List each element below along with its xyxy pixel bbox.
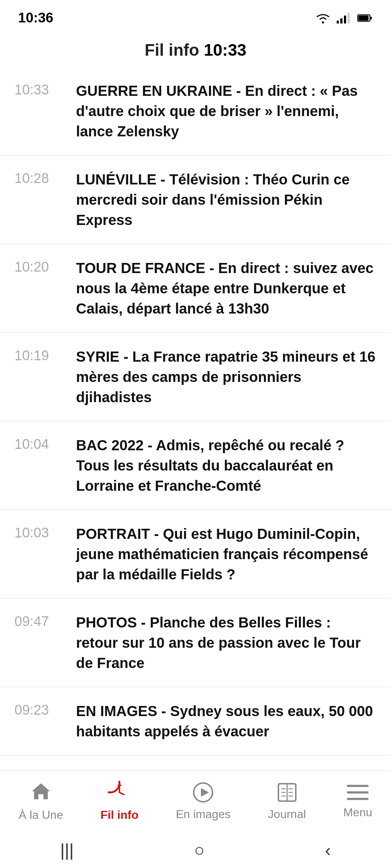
svg-rect-1	[337, 21, 339, 24]
status-icons	[315, 12, 373, 24]
news-item[interactable]: 10:04BAC 2022 - Admis, repêché ou recalé…	[0, 421, 391, 510]
news-headline: TOUR DE FRANCE - En direct : suivez avec…	[76, 258, 377, 319]
svg-point-0	[322, 21, 324, 24]
battery-icon	[357, 12, 373, 24]
nav-label-a-la-une: À la Une	[19, 808, 63, 822]
svg-rect-7	[370, 17, 372, 20]
svg-rect-4	[348, 13, 350, 24]
news-item[interactable]: 09:23EN IMAGES - Sydney sous les eaux, 5…	[0, 687, 391, 756]
wifi-icon	[315, 12, 331, 24]
svg-rect-3	[344, 16, 346, 24]
system-bar: ||| ○ ‹	[0, 832, 391, 868]
nav-item-fil-info[interactable]: Fil info	[93, 777, 146, 825]
back-button[interactable]: ‹	[325, 840, 331, 860]
page-title: Fil info 10:33	[0, 29, 391, 67]
svg-line-9	[119, 792, 124, 795]
svg-rect-2	[340, 18, 342, 24]
news-item[interactable]: 10:33GUERRE EN UKRAINE - En direct : « P…	[0, 67, 391, 156]
news-time: 10:19	[14, 346, 62, 363]
news-item[interactable]: 10:28LUNÉVILLE - Télévision : Théo Curin…	[0, 156, 391, 244]
home-icon	[30, 781, 51, 805]
nav-label-journal: Journal	[268, 808, 306, 821]
news-time: 10:03	[14, 524, 62, 541]
play-icon	[192, 782, 214, 805]
news-headline: PHOTOS - Planche des Belles Filles : ret…	[76, 612, 377, 673]
news-item[interactable]: 10:03PORTRAIT - Qui est Hugo Duminil-Cop…	[0, 510, 391, 599]
status-bar: 10:36	[0, 0, 391, 29]
book-icon	[276, 782, 298, 805]
signal-icon	[336, 12, 352, 24]
svg-rect-20	[347, 785, 369, 787]
svg-rect-22	[347, 798, 369, 800]
menu-icon	[347, 783, 369, 803]
svg-marker-11	[201, 788, 209, 797]
recent-apps-button[interactable]: |||	[60, 840, 73, 860]
news-headline: LUNÉVILLE - Télévision : Théo Curin ce m…	[76, 169, 377, 230]
news-headline: BAC 2022 - Admis, repêché ou recalé ? To…	[76, 435, 377, 496]
news-headline: GUERRE EN UKRAINE - En direct : « Pas d'…	[76, 81, 377, 141]
news-item[interactable]: 09:47PHOTOS - Planche des Belles Filles …	[0, 599, 391, 687]
news-time: 10:28	[14, 169, 62, 186]
news-headline: EN IMAGES - Sydney sous les eaux, 50 000…	[76, 701, 377, 741]
news-item[interactable]: 10:20TOUR DE FRANCE - En direct : suivez…	[0, 244, 391, 333]
nav-item-menu[interactable]: Menu	[336, 780, 379, 823]
clock-icon	[108, 781, 131, 805]
news-item[interactable]: 10:19SYRIE - La France rapatrie 35 mineu…	[0, 333, 391, 421]
svg-rect-6	[358, 16, 369, 21]
nav-label-menu: Menu	[343, 806, 372, 819]
home-button[interactable]: ○	[194, 840, 205, 860]
news-list: 10:33GUERRE EN UKRAINE - En direct : « P…	[0, 67, 391, 756]
news-time: 10:20	[14, 258, 62, 275]
nav-item-journal[interactable]: Journal	[261, 778, 313, 825]
news-time: 09:47	[14, 612, 62, 629]
status-time: 10:36	[18, 10, 53, 26]
news-time: 09:23	[14, 701, 62, 718]
news-time: 10:04	[14, 435, 62, 452]
nav-label-fil-info: Fil info	[101, 808, 139, 822]
news-headline: PORTRAIT - Qui est Hugo Duminil-Copin, j…	[76, 524, 377, 584]
nav-item-en-images[interactable]: En images	[169, 778, 238, 825]
nav-item-a-la-une[interactable]: À la Une	[12, 778, 71, 825]
bottom-nav: À la Une Fil info En images	[0, 770, 391, 832]
news-time: 10:33	[14, 81, 62, 98]
nav-label-en-images: En images	[176, 808, 231, 821]
news-headline: SYRIE - La France rapatrie 35 mineurs et…	[76, 346, 377, 407]
svg-rect-21	[347, 791, 369, 793]
